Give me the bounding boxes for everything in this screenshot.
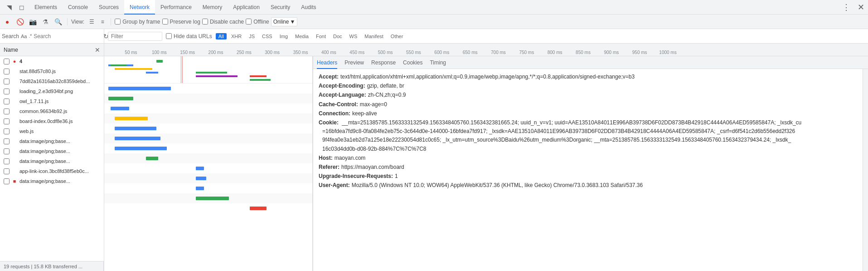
- header-value: 9f4fea0e3a1eb2d7a125e18e22230054d81c0c65…: [322, 137, 791, 143]
- filter-font-button[interactable]: Font: [313, 33, 329, 39]
- list-item[interactable]: data:image/png;base...: [0, 146, 104, 156]
- list-item[interactable]: ■ data:image/png;base...: [0, 176, 104, 186]
- list-item[interactable]: stat.88d57c80.js: [0, 66, 104, 76]
- filter-doc-button[interactable]: Doc: [330, 33, 345, 39]
- file-checkbox[interactable]: [4, 148, 10, 154]
- file-checkbox[interactable]: [4, 118, 10, 124]
- file-checkbox[interactable]: [4, 59, 10, 64]
- camera-button[interactable]: 📷: [27, 16, 38, 27]
- header-row: Accept-Encoding: gzip, deflate, br: [319, 82, 857, 90]
- list-item[interactable]: app-link-icon.3bc8fd38f5eb0c...: [0, 166, 104, 176]
- tab-console[interactable]: Console: [63, 0, 93, 15]
- tab-response[interactable]: Response: [371, 56, 396, 69]
- close-devtools-button[interactable]: ✕: [854, 2, 868, 12]
- preserve-log-label[interactable]: Preserve log: [162, 19, 200, 25]
- filter-manifest-button[interactable]: Manifest: [362, 33, 386, 39]
- group-by-frame-checkbox[interactable]: [115, 19, 121, 25]
- file-checkbox[interactable]: [4, 79, 10, 84]
- list-item[interactable]: ● 4: [0, 56, 104, 66]
- header-value: keep-alive: [352, 109, 377, 118]
- tab-application[interactable]: Application: [228, 0, 265, 15]
- tab-timing[interactable]: Timing: [430, 56, 446, 69]
- filter-css-button[interactable]: CSS: [259, 33, 275, 39]
- waterfall-row: [104, 94, 312, 103]
- close-panel-button[interactable]: ✕: [95, 46, 100, 54]
- mobile-icon[interactable]: ◻: [16, 2, 27, 13]
- header-value: https://maoyan.com/board: [341, 163, 404, 172]
- file-checkbox[interactable]: [4, 99, 10, 104]
- aa-icon[interactable]: Aa: [21, 31, 27, 42]
- list-item[interactable]: board-index.0cdf8e36.js: [0, 116, 104, 126]
- list-item[interactable]: loading_2.e3d934bf.png: [0, 86, 104, 96]
- hide-data-urls-checkbox[interactable]: [166, 33, 172, 39]
- file-checkbox[interactable]: [4, 108, 10, 114]
- right-panel: Headers Preview Response Cookies Timing …: [313, 56, 868, 271]
- header-row: Connection: keep-alive: [319, 109, 857, 118]
- file-checkbox[interactable]: [4, 69, 10, 74]
- filter-xhr-button[interactable]: XHR: [228, 33, 244, 39]
- filter-other-button[interactable]: Other: [388, 33, 406, 39]
- header-value: gzip, deflate, br: [367, 82, 404, 90]
- list-item[interactable]: 7dd82a16316ab32c8359debd...: [0, 76, 104, 86]
- tab-audits[interactable]: Audits: [296, 0, 321, 15]
- filter-ws-button[interactable]: WS: [347, 33, 360, 39]
- tab-performance[interactable]: Performance: [155, 0, 197, 15]
- group-by-frame-label[interactable]: Group by frame: [115, 19, 160, 25]
- inspect-icon[interactable]: ◥: [4, 2, 15, 13]
- offline-checkbox[interactable]: [246, 19, 252, 25]
- tab-cookies[interactable]: Cookies: [403, 56, 422, 69]
- tab-security[interactable]: Security: [265, 0, 296, 15]
- waterfall-view-button[interactable]: ≡: [98, 17, 107, 26]
- file-checkbox[interactable]: [4, 178, 10, 184]
- header-row: Referer: https://maoyan.com/board: [319, 163, 857, 172]
- search-filter-row: Search Aa .* ↻ ⊘ ✕ Hide data URLs All XH…: [0, 29, 868, 44]
- time-tick: 600 ms: [434, 50, 449, 55]
- file-checkbox[interactable]: [4, 128, 10, 134]
- filter-icon[interactable]: ⚗: [40, 16, 51, 27]
- time-tick: 300 ms: [265, 50, 280, 55]
- disable-cache-checkbox[interactable]: [202, 19, 208, 25]
- waterfall-row: [104, 113, 312, 123]
- search-button[interactable]: 🔍: [53, 16, 63, 27]
- filter-row: Hide data URLs All XHR JS CSS Img Media …: [104, 29, 868, 43]
- time-tick: 550 ms: [406, 50, 421, 55]
- tab-memory[interactable]: Memory: [197, 0, 228, 15]
- filter-input[interactable]: [108, 32, 162, 41]
- filter-js-button[interactable]: JS: [246, 33, 257, 39]
- tab-preview[interactable]: Preview: [344, 56, 364, 69]
- list-item[interactable]: web.js: [0, 126, 104, 136]
- header-value: Mozilla/5.0 (Windows NT 10.0; WOW64) App…: [352, 181, 643, 190]
- file-checkbox[interactable]: [4, 138, 10, 144]
- filter-img-button[interactable]: Img: [277, 33, 291, 39]
- hide-data-urls-label[interactable]: Hide data URLs: [166, 33, 212, 39]
- file-checkbox[interactable]: [4, 158, 10, 164]
- clear-button[interactable]: 🚫: [15, 16, 25, 27]
- scrollbar[interactable]: [863, 69, 868, 271]
- file-checkbox[interactable]: [4, 168, 10, 174]
- list-item[interactable]: common.96634b92.js: [0, 106, 104, 116]
- time-tick: 650 ms: [463, 50, 478, 55]
- record-button[interactable]: ●: [2, 16, 13, 27]
- header-name: Referer:: [319, 163, 339, 172]
- list-view-button[interactable]: ☰: [87, 17, 96, 26]
- list-item[interactable]: owl_1.7.11.js: [0, 96, 104, 106]
- tab-headers[interactable]: Headers: [317, 56, 337, 69]
- list-item[interactable]: data:image/png;base...: [0, 136, 104, 146]
- time-tick: 900 ms: [604, 50, 619, 55]
- time-tick: 350 ms: [293, 50, 308, 55]
- filter-media-button[interactable]: Media: [292, 33, 311, 39]
- offline-label[interactable]: Offline: [246, 19, 269, 25]
- disable-cache-label[interactable]: Disable cache: [202, 19, 244, 25]
- search-input[interactable]: [34, 33, 102, 39]
- tab-elements[interactable]: Elements: [29, 0, 63, 15]
- tab-network[interactable]: Network: [124, 0, 155, 15]
- filter-all-button[interactable]: All: [216, 33, 227, 39]
- headers-content: Accept: text/html,application/xhtml+xml,…: [313, 69, 863, 271]
- list-item[interactable]: data:image/png;base...: [0, 156, 104, 166]
- tab-sources[interactable]: Sources: [93, 0, 124, 15]
- network-throttle-select[interactable]: Online ▼: [271, 17, 298, 26]
- more-options-button[interactable]: ⋮: [839, 2, 854, 12]
- file-checkbox[interactable]: [4, 89, 10, 94]
- preserve-log-checkbox[interactable]: [162, 19, 168, 25]
- regex-icon[interactable]: .*: [29, 31, 32, 42]
